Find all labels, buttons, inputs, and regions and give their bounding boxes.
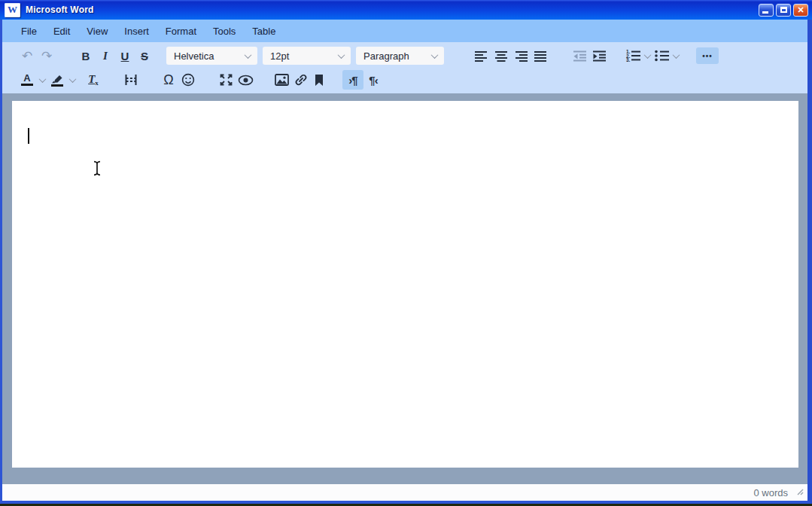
indent-icon — [592, 50, 607, 62]
chevron-down-icon — [338, 51, 345, 59]
paragraph-style-select[interactable]: Paragraph — [356, 47, 444, 65]
close-icon: ✕ — [797, 6, 804, 14]
toolbar: ↶ ↷ B I U S Helvetica — [2, 42, 807, 93]
font-family-select[interactable]: Helvetica — [166, 47, 257, 65]
align-right-icon — [514, 50, 528, 62]
highlight-color-swatch — [51, 84, 63, 87]
undo-icon: ↶ — [22, 48, 32, 64]
omega-icon: Ω — [163, 72, 173, 88]
chevron-down-icon — [38, 75, 46, 83]
strikethrough-icon: S — [141, 50, 148, 62]
bullet-list-menu-button[interactable] — [671, 46, 681, 66]
image-icon — [275, 74, 289, 86]
redo-icon: ↷ — [41, 48, 52, 64]
toolbar-row-2: A Tx — [13, 68, 807, 92]
font-size-select[interactable]: 12pt — [263, 47, 351, 65]
chevron-down-icon — [643, 51, 651, 59]
word-window: W Microsoft Word ✕ File Edit View Insert… — [0, 0, 812, 504]
page-break-button[interactable] — [121, 70, 141, 90]
window-title: Microsoft Word — [26, 5, 94, 15]
more-options-icon: ••• — [702, 52, 713, 60]
chevron-down-icon — [68, 75, 76, 83]
bold-icon: B — [82, 50, 90, 62]
anchor-bookmark-button[interactable] — [311, 70, 327, 90]
menu-table[interactable]: Table — [244, 23, 284, 40]
bookmark-icon — [314, 74, 324, 87]
indent-button[interactable] — [589, 46, 609, 66]
strikethrough-button[interactable]: S — [135, 46, 154, 66]
minimize-button[interactable] — [759, 4, 774, 17]
numbered-list-menu-button[interactable] — [642, 46, 652, 66]
menu-edit[interactable]: Edit — [45, 23, 78, 40]
fullscreen-icon — [220, 74, 233, 86]
page-break-icon — [124, 74, 138, 86]
redo-button[interactable]: ↷ — [37, 46, 56, 66]
chevron-down-icon — [672, 51, 680, 59]
smiley-icon — [181, 73, 195, 87]
italic-button[interactable]: I — [96, 46, 115, 66]
underline-icon: U — [121, 50, 129, 62]
align-center-button[interactable] — [491, 46, 511, 66]
align-left-button[interactable] — [472, 46, 491, 66]
bullet-list-icon — [654, 50, 669, 62]
menu-tools[interactable]: Tools — [205, 23, 244, 40]
italic-icon: I — [103, 50, 108, 62]
ibeam-cursor — [92, 160, 102, 179]
menu-format[interactable]: Format — [157, 23, 205, 40]
highlight-color-button[interactable] — [47, 70, 67, 90]
menu-view[interactable]: View — [78, 23, 116, 40]
more-options-button[interactable]: ••• — [696, 47, 719, 64]
underline-button[interactable]: U — [115, 46, 135, 66]
maximize-button[interactable] — [776, 4, 791, 17]
highlighter-icon — [51, 74, 63, 84]
status-bar: 0 words — [2, 484, 807, 501]
font-size-value: 12pt — [270, 50, 289, 62]
undo-button[interactable]: ↶ — [17, 46, 37, 66]
menu-insert[interactable]: Insert — [116, 23, 157, 40]
fullscreen-button[interactable] — [216, 70, 236, 90]
justify-icon — [534, 50, 547, 62]
justify-button[interactable] — [531, 46, 550, 66]
text-color-menu-button[interactable] — [37, 70, 47, 90]
text-color-swatch — [21, 84, 33, 86]
word-app-icon: W — [5, 3, 20, 17]
paragraph-style-value: Paragraph — [363, 50, 409, 62]
menu-bar: File Edit View Insert Format Tools Table — [2, 20, 807, 42]
document-margin-area — [2, 93, 807, 484]
special-character-button[interactable]: Ω — [159, 70, 178, 90]
rtl-direction-button[interactable]: ¶‹ — [363, 70, 383, 90]
chevron-down-icon — [245, 51, 252, 59]
toolbar-row-1: ↶ ↷ B I U S Helvetica — [13, 44, 807, 68]
insert-image-button[interactable] — [272, 70, 291, 90]
align-left-icon — [475, 50, 488, 62]
text-color-button[interactable]: A — [17, 70, 37, 90]
close-button[interactable]: ✕ — [793, 4, 808, 17]
align-right-button[interactable] — [511, 46, 531, 66]
document-page[interactable] — [12, 101, 798, 468]
word-count: 0 words — [753, 487, 788, 498]
minimize-icon — [762, 11, 768, 14]
maximize-icon — [780, 7, 787, 13]
eye-icon — [238, 75, 254, 86]
font-family-value: Helvetica — [174, 50, 214, 62]
insert-link-button[interactable] — [291, 70, 311, 90]
text-caret — [28, 128, 29, 144]
outdent-icon — [573, 50, 587, 62]
clear-formatting-button[interactable]: Tx — [84, 70, 103, 90]
svg-text:3.: 3. — [626, 57, 631, 62]
clear-formatting-icon: Tx — [88, 73, 99, 87]
menu-file[interactable]: File — [13, 23, 45, 40]
ltr-direction-button[interactable]: ›¶ — [342, 70, 363, 90]
preview-button[interactable] — [236, 70, 255, 90]
outdent-button[interactable] — [570, 46, 589, 66]
numbered-list-icon: 1. 2. 3. — [625, 50, 640, 62]
link-icon — [294, 73, 308, 87]
bold-button[interactable]: B — [76, 46, 96, 66]
bullet-list-button[interactable] — [652, 46, 671, 66]
numbered-list-button[interactable]: 1. 2. 3. — [624, 46, 642, 66]
resize-handle-icon[interactable] — [795, 486, 804, 498]
highlight-color-menu-button[interactable] — [67, 70, 78, 90]
align-center-icon — [494, 50, 508, 62]
chevron-down-icon — [431, 51, 439, 59]
emoticons-button[interactable] — [178, 70, 198, 90]
